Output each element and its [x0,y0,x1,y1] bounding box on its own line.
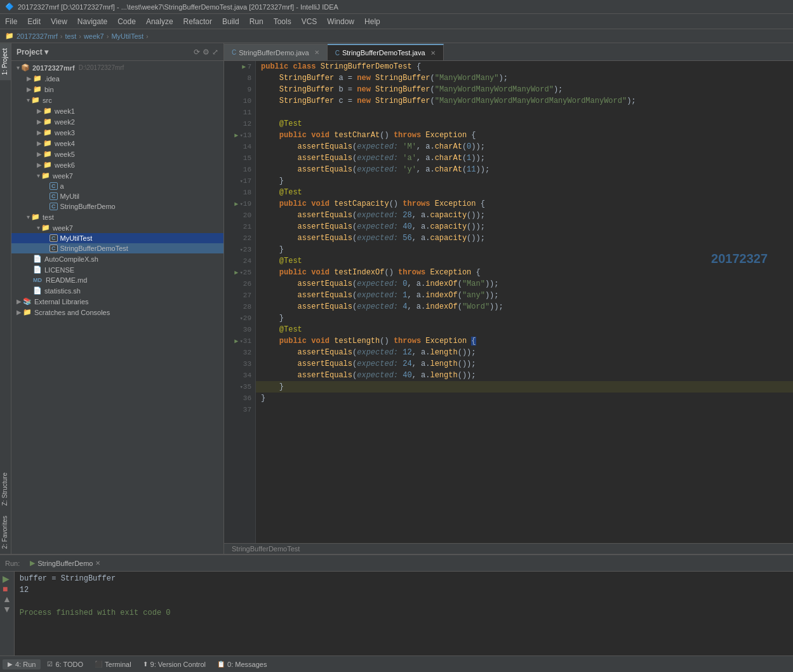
run-stop-btn[interactable]: ■ [3,584,11,593]
todo-icon: ☑ [47,661,53,668]
run-btn-13[interactable]: ▶ [234,131,238,139]
folder-icon: 📁 [43,139,52,147]
run-up-btn[interactable]: ▲ [3,595,11,603]
code-line-18: @Test [256,187,793,198]
tree-item-myutiltest[interactable]: C MyUtilTest [11,233,223,243]
tab-close-1[interactable]: ✕ [314,49,319,56]
tab-stringbufferdemo[interactable]: C StringBufferDemo.java ✕ [224,44,328,60]
sidebar-item-project[interactable]: 1: Project [0,43,11,80]
tree-item-week1[interactable]: ▶ 📁 week1 [11,105,223,116]
folder-icon: 📁 [33,74,42,83]
code-line-31: public void testLength() throws Exceptio… [256,335,793,347]
breadcrumb-test[interactable]: test [65,32,77,40]
folder-icon: 📁 [43,150,52,158]
menu-file[interactable]: File [0,16,22,27]
menu-window[interactable]: Window [322,16,359,27]
gutter-27: 27 [224,290,255,301]
panel-tools: ⟳ ⚙ ⤢ [194,48,218,57]
tree-item-license[interactable]: ▶ 📄 LICENSE [11,264,223,275]
run-btn-31[interactable]: ▶ [234,337,238,345]
tree-item-bin[interactable]: ▶ 📁 bin [11,84,223,95]
tree-item-stringbufferdemotest[interactable]: C StringBufferDemoTest [11,243,223,253]
expand-icon[interactable]: ⤢ [212,48,218,57]
tree-item-root[interactable]: ▾ 📦 20172327mrf D:\20172327mrf [11,62,223,73]
run-btn-25[interactable]: ▶ [234,269,238,276]
sidebar-item-favorites[interactable]: 2: Favorites [0,511,11,554]
run-side-buttons: ▶ ■ ▲ ▼ [0,572,15,655]
project-panel: Project ▾ ⟳ ⚙ ⤢ ▾ 📦 20172327mrf D:\20172… [11,43,224,554]
sidebar-item-structure[interactable]: Z: Structure [0,467,11,511]
class-icon: C [50,245,58,252]
tree-item-test[interactable]: ▾ 📁 test [11,212,223,222]
gutter-28: 28 [224,301,255,312]
tree-item-week7[interactable]: ▾ 📁 week7 [11,170,223,181]
tree-item-week6[interactable]: ▶ 📁 week6 [11,159,223,170]
breadcrumb-class[interactable]: MyUtilTest [111,32,143,40]
code-line-10: StringBuffer c = new StringBuffer("ManyW… [256,95,793,107]
tree-item-stringbufferdemo[interactable]: C StringBufferDemo [11,201,223,212]
run-btn-7[interactable]: ▶ [242,63,246,71]
bottom-tab-stringbufferdemo[interactable]: ▶ StringBufferDemo ✕ [25,558,105,568]
code-content[interactable]: public class StringBufferDemoTest { Stri… [256,61,793,543]
tree-item-myutil[interactable]: C MyUtil [11,191,223,201]
tree-item-week2[interactable]: ▶ 📁 week2 [11,116,223,127]
menu-help[interactable]: Help [359,16,385,27]
tree-item-a[interactable]: C a [11,181,223,191]
menu-analyze[interactable]: Analyze [141,16,178,27]
menu-bar: File Edit View Navigate Code Analyze Ref… [0,14,793,29]
tree-item-autocompile[interactable]: ▶ 📄 AutoCompileX.sh [11,253,223,264]
bottom-tool-todo[interactable]: ☑ 6: TODO [42,659,88,669]
side-tabs-left: 1: Project Z: Structure 2: Favorites [0,43,11,554]
gutter-7: ▶7 [224,61,255,72]
code-line-35: } [256,381,793,393]
tree-item-readme[interactable]: ▶ MD README.md [11,275,223,285]
run-play-btn[interactable]: ▶ [3,574,11,583]
bottom-tool-run[interactable]: ▶ 4: Run [3,659,41,669]
menu-navigate[interactable]: Navigate [72,16,112,27]
run-output-line-1: buffer = StringBuffer [20,574,788,586]
menu-code[interactable]: Code [112,16,141,27]
tree-item-week3[interactable]: ▶ 📁 week3 [11,127,223,138]
gutter-24: 24 [224,255,255,267]
gutter-20: 20 [224,210,255,221]
tree-item-week5[interactable]: ▶ 📁 week5 [11,149,223,159]
bottom-tool-messages[interactable]: 📋 0: Messages [212,659,272,669]
folder-icon: 📁 [31,213,40,221]
tree-item-week4[interactable]: ▶ 📁 week4 [11,138,223,149]
menu-tools[interactable]: Tools [269,16,297,27]
bottom-tool-vcs[interactable]: ⬆ 9: Version Control [138,659,211,669]
menu-refactor[interactable]: Refactor [178,16,217,27]
menu-build[interactable]: Build [217,16,244,27]
menu-view[interactable]: View [46,16,72,27]
run-btn-19[interactable]: ▶ [234,200,238,208]
menu-edit[interactable]: Edit [22,16,46,27]
terminal-icon: ⬛ [95,661,102,668]
tree-item-scratches[interactable]: ▶ 📁 Scratches and Consoles [11,307,223,318]
folder-icon: 📁 [43,107,52,115]
tab-label-2: StringBufferDemoTest.java [342,49,425,57]
run-down-btn[interactable]: ▼ [3,605,11,614]
bottom-tool-terminal[interactable]: ⬛ Terminal [90,659,137,669]
tree-item-statistics[interactable]: ▶ 📄 statistics.sh [11,285,223,296]
tab-close-2[interactable]: ✕ [430,50,436,57]
breadcrumb-week7[interactable]: week7 [84,32,104,40]
tree-item-src[interactable]: ▾ 📁 src [11,95,223,105]
breadcrumb-root[interactable]: 20172327mrf [17,32,58,40]
tab-stringbufferdemotest[interactable]: C StringBufferDemoTest.java ✕ [328,44,444,60]
menu-run[interactable]: Run [244,16,269,27]
src-folder-icon: 📁 [31,96,40,104]
menu-vcs[interactable]: VCS [297,16,323,27]
tree-item-extlibs[interactable]: ▶ 📚 External Libraries [11,296,223,307]
messages-icon: 📋 [217,661,225,668]
tree-item-test-week7[interactable]: ▾ 📁 week7 [11,222,223,233]
gear-icon[interactable]: ⚙ [203,48,210,57]
sync-icon[interactable]: ⟳ [194,48,200,57]
class-icon: C [50,234,58,242]
folder-icon: 📁 [41,224,50,232]
code-line-13: public void testCharAt() throws Exceptio… [256,130,793,141]
code-editor[interactable]: ▶7 8 9 10 11 12 ▶▾13 14 15 16 ▾17 18 ▶▾1… [224,61,793,543]
gutter-22: 22 [224,232,255,244]
run-tab-close[interactable]: ✕ [95,560,100,567]
gutter-23: ▾23 [224,244,255,255]
tree-item-idea[interactable]: ▶ 📁 .idea [11,73,223,84]
